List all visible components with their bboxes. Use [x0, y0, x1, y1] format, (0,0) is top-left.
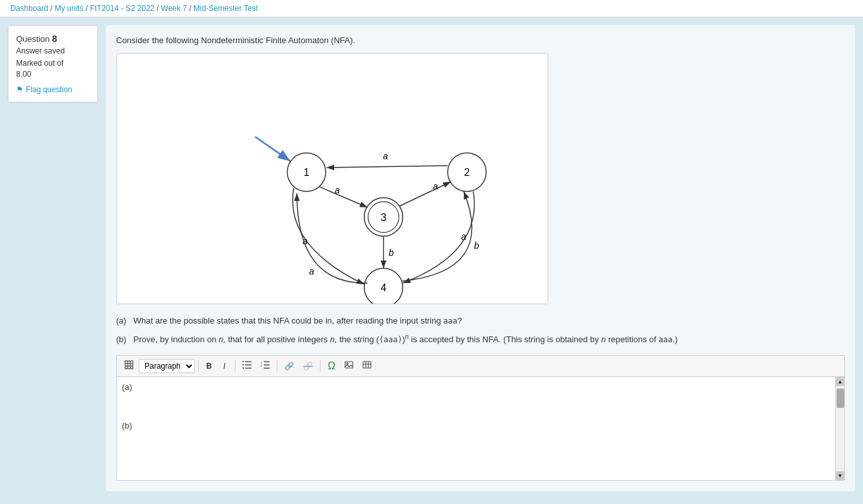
- paragraph-select[interactable]: Paragraph Heading 1 Heading 2 Heading 3: [139, 359, 195, 373]
- question-number: Question 8: [16, 34, 90, 44]
- svg-text:2.: 2.: [261, 364, 263, 367]
- breadcrumb-week[interactable]: Week 7: [161, 4, 187, 13]
- svg-text:a: a: [433, 181, 438, 191]
- answer-saved-label: Answer saved: [16, 46, 90, 55]
- editor-text-area[interactable]: (a) (b): [117, 377, 844, 480]
- svg-rect-24: [125, 361, 133, 369]
- scroll-thumb[interactable]: [837, 389, 844, 408]
- svg-rect-30: [243, 364, 244, 365]
- breadcrumb-test[interactable]: Mid-Semester Test: [193, 4, 258, 13]
- svg-rect-34: [245, 368, 252, 369]
- svg-rect-38: [264, 365, 270, 366]
- separator-2: [235, 360, 235, 372]
- svg-line-16: [399, 182, 451, 206]
- content-area: Consider the following Nondeterministic …: [106, 25, 855, 491]
- svg-point-41: [346, 363, 348, 364]
- breadcrumb: Dashboard / My units / FIT2014 - S2 2022…: [0, 0, 863, 17]
- svg-text:1: 1: [304, 167, 310, 178]
- sidebar: Question 8 Answer saved Marked out of 8.…: [8, 25, 98, 102]
- flag-question-button[interactable]: ⚑ Flag question: [16, 85, 90, 94]
- breadcrumb-unit[interactable]: FIT2014 - S2 2022: [90, 4, 154, 13]
- svg-text:b: b: [389, 247, 394, 258]
- flag-icon: ⚑: [16, 85, 23, 94]
- separator-3: [277, 360, 277, 372]
- answer-editor[interactable]: Paragraph Heading 1 Heading 2 Heading 3 …: [116, 355, 845, 481]
- svg-rect-32: [245, 362, 252, 363]
- unordered-list-button[interactable]: [239, 359, 255, 373]
- svg-text:a: a: [383, 151, 388, 161]
- scroll-down-button[interactable]: ▼: [836, 471, 845, 480]
- unlink-button[interactable]: 🔗: [299, 360, 317, 373]
- svg-text:a: a: [309, 266, 314, 276]
- editor-part-b: (b): [122, 421, 839, 431]
- table-grid-button[interactable]: [359, 359, 375, 373]
- svg-rect-42: [363, 362, 371, 368]
- separator-4: [320, 360, 321, 372]
- image-button[interactable]: [341, 359, 357, 373]
- bold-button[interactable]: B: [202, 360, 216, 373]
- svg-line-14: [319, 187, 368, 208]
- link-button[interactable]: 🔗: [281, 360, 298, 373]
- svg-rect-40: [345, 362, 353, 368]
- editor-toolbar: Paragraph Heading 1 Heading 2 Heading 3 …: [117, 356, 844, 377]
- part-b-question: (b) Prove, by induction on n, that for a…: [116, 331, 845, 347]
- svg-text:3: 3: [381, 212, 386, 223]
- part-a-question: (a) What are the possible states that th…: [116, 313, 845, 329]
- svg-line-12: [326, 166, 448, 168]
- svg-rect-39: [264, 368, 270, 369]
- question-intro: Consider the following Nondeterministic …: [116, 35, 845, 45]
- svg-text:b: b: [474, 240, 479, 251]
- special-char-button[interactable]: Ω: [324, 358, 339, 374]
- editor-scrollbar[interactable]: ▲ ▼: [835, 377, 844, 480]
- svg-text:a: a: [335, 185, 340, 195]
- editor-part-a: (a): [122, 382, 839, 392]
- scroll-up-button[interactable]: ▲: [836, 377, 845, 386]
- svg-rect-33: [245, 365, 252, 366]
- italic-button[interactable]: I: [217, 360, 232, 373]
- svg-text:2: 2: [464, 167, 470, 178]
- svg-rect-31: [243, 367, 244, 369]
- breadcrumb-dashboard[interactable]: Dashboard: [10, 4, 48, 13]
- marked-out-label: Marked out of 8.00: [16, 58, 90, 80]
- separator-1: [198, 360, 199, 372]
- svg-text:a: a: [461, 231, 466, 242]
- table-button[interactable]: [121, 358, 137, 373]
- svg-rect-37: [264, 362, 270, 363]
- sub-questions: (a) What are the possible states that th…: [116, 313, 845, 347]
- editor-wrapper: (a) (b) ▲ ▼: [117, 377, 844, 480]
- breadcrumb-myunits[interactable]: My units: [55, 4, 84, 13]
- ordered-list-button[interactable]: 1.2.: [257, 359, 273, 373]
- svg-rect-29: [243, 361, 244, 362]
- svg-line-2: [255, 137, 291, 161]
- nfa-diagram: 1 2 3 4 a a a: [116, 53, 548, 304]
- svg-text:4: 4: [381, 282, 386, 293]
- main-area: Question 8 Answer saved Marked out of 8.…: [0, 17, 863, 499]
